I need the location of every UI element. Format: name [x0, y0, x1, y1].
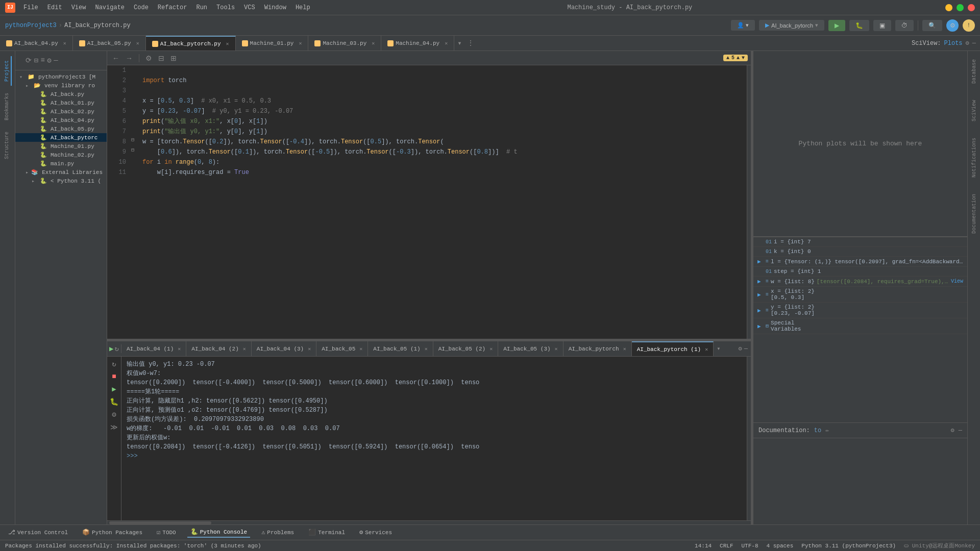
git-user-button[interactable]: 👤 ▾ — [731, 20, 755, 31]
notifications-button[interactable]: ! — [963, 19, 975, 32]
sciview-settings[interactable]: ⚙ — [966, 39, 969, 47]
tab-close-icon[interactable]: ✕ — [178, 346, 181, 352]
settings-button[interactable]: ⚙ — [946, 19, 959, 32]
run-button[interactable]: ▶ — [828, 20, 845, 31]
var-row-w[interactable]: ▶ ≡ w = {list: 8} [tensor([0.2084], requ… — [753, 277, 967, 287]
tab-close[interactable]: ✕ — [299, 40, 302, 46]
console-tab-aiback-pytorch-1[interactable]: AI_back_pytorch (1)✕ — [632, 341, 714, 357]
tab-close-icon[interactable]: ✕ — [243, 346, 246, 352]
navigate-back-button[interactable]: ← — [110, 53, 121, 63]
maximize-button[interactable] — [957, 4, 964, 11]
tab-ai-back-04[interactable]: AI_back_04.py ✕ — [0, 36, 73, 51]
tab-close-icon[interactable]: ✕ — [425, 346, 428, 352]
menu-navigate[interactable]: Navigate — [91, 3, 129, 12]
tab-close-icon[interactable]: ✕ — [359, 346, 362, 352]
settings-button[interactable]: ⚙ — [143, 53, 154, 63]
breadcrumb-project[interactable]: pythonProject3 — [5, 22, 57, 29]
console-settings-icon[interactable]: ⚙ — [739, 345, 742, 353]
sync-icon[interactable]: ⟳ — [26, 56, 32, 65]
structure-tab[interactable]: Structure — [3, 128, 12, 163]
console-tab-aiback05-1[interactable]: AI_back_05 (1)✕ — [368, 341, 433, 357]
tree-item-python311[interactable]: ▸ 🐍 < Python 3.11 ( — [15, 177, 107, 185]
settings-console-icon[interactable]: ⚙ — [111, 409, 117, 420]
python-packages-tool[interactable]: 📦 Python Packages — [79, 528, 145, 537]
minimap-scrollbar[interactable] — [747, 65, 751, 339]
menu-file[interactable]: File — [19, 3, 42, 12]
tab-machine-03[interactable]: Machine_03.py ✕ — [308, 36, 381, 51]
menu-run[interactable]: Run — [192, 3, 211, 12]
tree-item-aiback-pytorch[interactable]: ▸ 🐍 AI_back_pytorc — [15, 133, 107, 142]
tree-item-aiback[interactable]: ▸ 🐍 AI_back.py — [15, 90, 107, 98]
menu-window[interactable]: Window — [260, 3, 290, 12]
notifications-vtab[interactable]: Notifications — [969, 135, 979, 181]
tree-item-aiback04[interactable]: ▸ 🐍 AI_back_04.py — [15, 116, 107, 124]
var-row-y[interactable]: ▶ ≡ y = {list: 2} [0.23, -0.07] — [753, 303, 967, 318]
minimize-button[interactable] — [945, 4, 952, 11]
tab-machine-01[interactable]: Machine_01.py ✕ — [236, 36, 309, 51]
tab-ai-back-05[interactable]: AI_back_05.py ✕ — [73, 36, 146, 51]
tree-item-extlib[interactable]: ▸ 📚 External Libraries — [15, 168, 107, 177]
unfold-button[interactable]: ⊞ — [168, 53, 179, 63]
menu-edit[interactable]: Edit — [43, 3, 66, 12]
file-encoding[interactable]: UTF-8 — [742, 543, 758, 549]
menu-code[interactable]: Code — [130, 3, 153, 12]
collapse-icon[interactable]: ⊟ — [34, 56, 39, 65]
settings-icon[interactable]: ⚙ — [47, 56, 52, 65]
fold-icon-9[interactable]: ⊟ — [131, 147, 134, 153]
tab-machine-04[interactable]: Machine_04.py ✕ — [381, 36, 454, 51]
tab-close[interactable]: ✕ — [136, 40, 139, 46]
git-user[interactable]: ⛀ Unity@远程桌面Monkey — [904, 542, 975, 549]
tab-ai-back-pytorch[interactable]: AI_back_pytorch.py ✕ — [146, 36, 236, 51]
stop-console-icon[interactable]: ■ — [111, 371, 117, 382]
tree-item-project[interactable]: ▾ 📁 pythonProject3 [M — [15, 72, 107, 81]
doc-settings-icon[interactable]: ⚙ — [951, 427, 954, 434]
var-row-special[interactable]: ▶ ⊞ Special Variables — [753, 318, 967, 334]
cursor-position[interactable]: 14:14 — [695, 543, 712, 549]
console-hscroll[interactable] — [107, 520, 751, 524]
debug-console-icon[interactable]: 🐛 — [109, 396, 119, 407]
version-control-tool[interactable]: ⎇ Version Control — [5, 528, 71, 537]
console-tab-aiback05[interactable]: AI_back_05✕ — [316, 341, 368, 357]
tab-close[interactable]: ✕ — [445, 40, 448, 46]
tree-item-aiback02[interactable]: ▸ 🐍 AI_back_02.py — [15, 107, 107, 116]
console-close-icon[interactable]: — — [744, 345, 748, 353]
more-tabs-button[interactable]: ▾ — [454, 39, 464, 47]
tab-close-icon[interactable]: ✕ — [555, 346, 558, 352]
tab-options-button[interactable]: ⋮ — [465, 39, 476, 47]
var-row-step[interactable]: 01 step = {int} 1 — [753, 267, 967, 277]
plots-tab[interactable]: Plots — [944, 40, 963, 47]
terminal-tool[interactable]: ⬛ Terminal — [305, 528, 348, 537]
expand-icon[interactable]: ≡ — [40, 56, 45, 65]
navigate-forward-button[interactable]: → — [124, 53, 135, 63]
menu-tools[interactable]: Tools — [212, 3, 239, 12]
console-tab-aiback04-2[interactable]: AI_back_04 (2)✕ — [186, 341, 251, 357]
python-console-tool[interactable]: 🐍 Python Console — [187, 527, 250, 538]
var-row-x[interactable]: ▶ ≡ x = {list: 2} [0.5, 0.3] — [753, 287, 967, 303]
close-icon[interactable]: — — [54, 56, 58, 65]
run-config-button[interactable]: ▶ AI_back_pytorch ▾ — [759, 20, 824, 31]
close-button[interactable] — [968, 4, 975, 11]
more-console-tabs-icon[interactable]: ▾ — [714, 345, 723, 353]
rerun-icon[interactable]: ↻ — [114, 344, 118, 353]
fold-icon-8[interactable]: ⊟ — [131, 137, 134, 143]
search-button[interactable]: 🔍 — [922, 20, 942, 31]
sciview-vtab[interactable]: SciView — [969, 97, 979, 124]
warning-badge[interactable]: ▲ 5 ▲ ▼ — [723, 55, 748, 61]
coverage-button[interactable]: ▣ — [873, 20, 891, 31]
console-tab-aiback04-3[interactable]: AI_back_04 (3)✕ — [252, 341, 316, 357]
indent-setting[interactable]: 4 spaces — [767, 543, 794, 549]
breadcrumb-file[interactable]: AI_back_pytorch.py — [64, 22, 131, 29]
tree-item-machine01[interactable]: ▸ 🐍 Machine_01.py — [15, 142, 107, 151]
var-row-l[interactable]: ▶ ≡ l = {Tensor: (1,)} tensor([0.2097], … — [753, 257, 967, 267]
console-output[interactable]: 输出值 y0, y1: 0.23 -0.07 权值w0-w7: tensor([… — [121, 357, 747, 520]
python-version[interactable]: Python 3.11 (pythonProject3) — [801, 543, 896, 549]
menu-view[interactable]: View — [67, 3, 90, 12]
tab-close[interactable]: ✕ — [226, 41, 229, 47]
menu-refactor[interactable]: Refactor — [154, 3, 191, 12]
run-again-icon[interactable]: ▶ — [109, 344, 113, 353]
console-tab-aiback-pytorch[interactable]: AI_back_pytorch✕ — [564, 341, 632, 357]
bookmarks-tab[interactable]: Bookmarks — [3, 89, 12, 124]
tab-close-icon[interactable]: ✕ — [705, 346, 708, 353]
tab-close[interactable]: ✕ — [372, 40, 375, 46]
code-text-area[interactable]: import torch x = [0.5, 0.3] # x0, x1 = 0… — [138, 65, 747, 339]
